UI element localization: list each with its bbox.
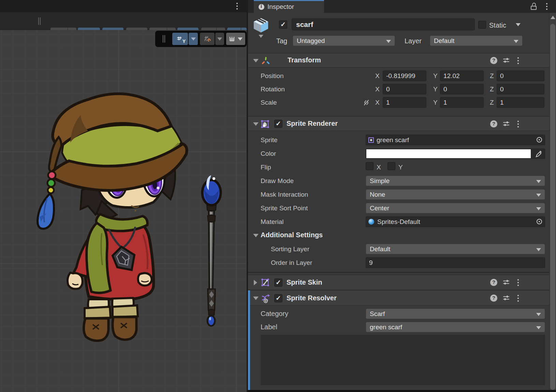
layer-dropdown[interactable]: Default (430, 35, 523, 46)
lock-icon[interactable] (530, 3, 538, 10)
character-sprite-canvas[interactable] (0, 30, 247, 392)
toolbar-drag-handle[interactable] (40, 17, 41, 25)
position-x-field[interactable]: -0.819999 (383, 71, 426, 81)
category-dropdown[interactable]: Scarf (366, 308, 545, 319)
sprite-resolver-enabled-checkbox[interactable] (274, 294, 282, 302)
sprite-variant-strip (261, 335, 545, 385)
kebab-menu-icon[interactable] (517, 279, 519, 286)
prefab-expand-arrow[interactable] (259, 35, 263, 38)
sprite-skin-title: Sprite Skin (287, 278, 322, 286)
scale-z-value: 1 (500, 99, 504, 106)
snapbar-drag-handle[interactable] (163, 35, 163, 43)
material-object-field[interactable]: Sprites-Default (366, 216, 545, 227)
grid-snap-toolbar: Y (155, 31, 247, 47)
gameobject-active-checkbox[interactable] (279, 20, 287, 29)
foldout-arrow-icon[interactable] (253, 122, 259, 126)
grid-visibility-button[interactable]: Y (172, 33, 188, 45)
position-y-field[interactable]: 12.02 (440, 71, 484, 81)
scale-label: Scale (261, 97, 277, 108)
object-picker-icon[interactable] (537, 137, 542, 142)
color-swatch[interactable] (366, 149, 531, 158)
help-icon[interactable] (490, 57, 497, 64)
material-sphere-icon (368, 219, 374, 225)
draw-mode-value: Simple (370, 177, 390, 184)
flip-x-checkbox[interactable] (366, 162, 374, 170)
static-dropdown-arrow[interactable] (516, 23, 521, 26)
sprite-sort-point-dropdown[interactable]: Center (366, 203, 545, 213)
prefab-override-bar (248, 290, 250, 390)
foldout-arrow-icon[interactable] (253, 59, 259, 62)
sprite-object-field[interactable]: green scarf (366, 135, 545, 145)
snap-increment-button[interactable] (226, 33, 245, 45)
rotation-x-field[interactable]: 0 (383, 84, 426, 94)
scene-window-menu-icon[interactable] (236, 2, 238, 10)
foldout-arrow-icon[interactable] (253, 297, 259, 300)
snap-to-grid-button[interactable] (200, 33, 215, 45)
inspector-menu-icon[interactable] (546, 3, 548, 10)
mask-interaction-dropdown[interactable]: None (366, 189, 545, 200)
order-in-layer-value: 9 (369, 259, 373, 266)
scrollbar-thumb[interactable] (550, 24, 555, 390)
axis-y-label: Y (433, 84, 438, 94)
preset-icon[interactable] (503, 295, 510, 301)
scale-x-field[interactable]: 1 (383, 97, 426, 108)
additional-settings-foldout[interactable] (253, 234, 259, 237)
grid-axis-label: Y (182, 39, 186, 44)
scene-toolbar: 2D (0, 12, 247, 30)
axis-y-label: Y (433, 71, 438, 81)
tag-dropdown[interactable]: Untagged (293, 35, 395, 46)
sprite-skin-enabled-checkbox[interactable] (274, 278, 282, 287)
sprite-renderer-enabled-checkbox[interactable] (274, 120, 282, 128)
help-icon[interactable] (490, 279, 497, 286)
draw-mode-dropdown[interactable]: Simple (366, 176, 545, 186)
transform-header[interactable]: Transform (248, 53, 549, 67)
preset-icon[interactable] (503, 120, 510, 127)
scrollbar-up-arrow[interactable] (551, 16, 555, 19)
eyedropper-icon[interactable] (535, 150, 543, 158)
position-z-field[interactable]: 0 (497, 71, 544, 81)
category-value: Scarf (370, 310, 385, 317)
flip-y-checkbox[interactable] (387, 162, 395, 170)
sprite-renderer-header[interactable]: Sprite Renderer (248, 116, 549, 131)
label-dropdown[interactable]: green scarf (366, 322, 545, 332)
character-sprite (38, 94, 187, 341)
rotation-y-value: 0 (443, 86, 447, 93)
sprite-skin-header[interactable]: Sprite Skin (248, 275, 549, 290)
color-field[interactable] (366, 149, 545, 159)
position-x-value: -0.819999 (386, 72, 415, 79)
constrain-proportions-icon[interactable] (362, 99, 370, 107)
preset-icon[interactable] (503, 279, 510, 286)
grid-visibility-dropdown[interactable] (189, 33, 198, 45)
sorting-layer-dropdown[interactable]: Default (366, 244, 545, 254)
toolbar-drag-handle[interactable] (38, 17, 39, 25)
chevron-down-icon (536, 194, 541, 197)
chevron-down-icon (536, 248, 541, 251)
kebab-menu-icon[interactable] (517, 57, 519, 64)
tab-inspector[interactable]: Inspector (254, 0, 324, 13)
rotation-y-field[interactable]: 0 (440, 84, 484, 94)
preset-icon[interactable] (503, 57, 510, 64)
foldout-collapsed-icon[interactable] (254, 280, 257, 285)
flip-x-label: X (377, 162, 381, 172)
sorting-layer-label: Sorting Layer (271, 244, 309, 254)
snapbar-drag-handle[interactable] (164, 35, 165, 43)
help-icon[interactable] (490, 295, 497, 302)
staff-sprite (202, 175, 221, 326)
transform-title: Transform (288, 56, 321, 64)
scale-y-value: 1 (443, 99, 447, 106)
chevron-down-icon (386, 40, 391, 43)
inspector-scrollbar[interactable] (549, 13, 556, 392)
static-checkbox[interactable] (478, 21, 486, 29)
grid-magnet-icon (203, 35, 211, 43)
scale-z-field[interactable]: 1 (497, 97, 544, 108)
scale-y-field[interactable]: 1 (440, 97, 484, 108)
object-picker-icon[interactable] (537, 219, 542, 224)
sprite-resolver-header[interactable]: Sprite Resolver (248, 290, 549, 305)
gameobject-name-field[interactable]: scarf (292, 18, 475, 30)
order-in-layer-field[interactable]: 9 (366, 257, 545, 268)
help-icon[interactable] (490, 120, 497, 127)
kebab-menu-icon[interactable] (517, 120, 519, 128)
rotation-z-field[interactable]: 0 (497, 84, 544, 94)
kebab-menu-icon[interactable] (517, 295, 519, 302)
snap-to-grid-dropdown[interactable] (215, 33, 224, 45)
